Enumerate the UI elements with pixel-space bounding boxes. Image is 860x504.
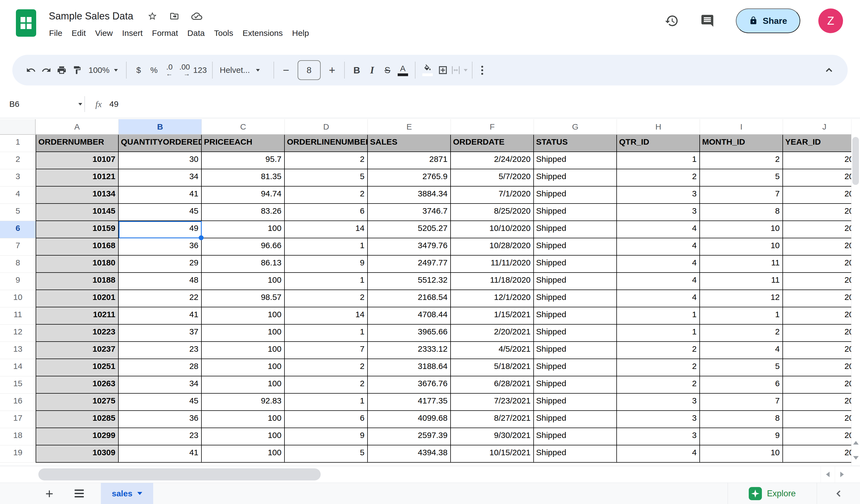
cell-A2[interactable]: 10107 [35, 152, 119, 169]
menu-tools[interactable]: Tools [210, 26, 238, 40]
cell-C11[interactable]: 100 [202, 307, 285, 325]
collapse-toolbar-icon[interactable] [821, 60, 837, 80]
row-header-16[interactable]: 16 [0, 394, 35, 411]
cell-J8[interactable]: 2020 [783, 255, 851, 273]
cell-G11[interactable]: Shipped [534, 307, 617, 325]
column-header-C[interactable]: C [202, 119, 285, 135]
cell-J16[interactable]: 2021 [783, 394, 851, 411]
more-toolbar-options-icon[interactable] [477, 66, 488, 75]
cell-A12[interactable]: 10223 [35, 325, 119, 342]
column-header-B[interactable]: B [119, 119, 202, 135]
cell-B7[interactable]: 36 [119, 238, 202, 255]
cell-I5[interactable]: 8 [700, 204, 783, 221]
cell-I11[interactable]: 1 [700, 307, 783, 325]
cell-D6[interactable]: 14 [285, 221, 368, 238]
cell-D19[interactable]: 5 [285, 445, 368, 463]
cell-E5[interactable]: 3746.7 [368, 204, 451, 221]
cell-A1[interactable]: ORDERNUMBER [35, 135, 119, 152]
cell-J6[interactable]: 2020 [783, 221, 851, 238]
row-header-13[interactable]: 13 [0, 342, 35, 359]
cell-E12[interactable]: 3965.66 [368, 325, 451, 342]
cell-G7[interactable]: Shipped [534, 238, 617, 255]
cell-E15[interactable]: 3676.76 [368, 376, 451, 394]
cell-F7[interactable]: 10/28/2020 [451, 238, 534, 255]
select-all-corner[interactable] [0, 119, 35, 135]
menu-extensions[interactable]: Extensions [238, 26, 287, 40]
cell-B4[interactable]: 41 [119, 187, 202, 204]
cell-G18[interactable]: Shipped [534, 428, 617, 445]
row-header-7[interactable]: 7 [0, 238, 35, 255]
row-header-2[interactable]: 2 [0, 152, 35, 169]
move-folder-icon[interactable] [169, 11, 179, 21]
increase-decimal-button[interactable]: .00→ [177, 60, 192, 80]
cell-A9[interactable]: 10188 [35, 273, 119, 290]
column-header-J[interactable]: J [783, 119, 851, 135]
cell-E2[interactable]: 2871 [368, 152, 451, 169]
column-header-H[interactable]: H [617, 119, 700, 135]
collapse-panel-icon[interactable] [817, 483, 860, 504]
cell-A6[interactable]: 10159 [35, 221, 119, 238]
cell-G3[interactable]: Shipped [534, 169, 617, 187]
cell-I14[interactable]: 5 [700, 359, 783, 376]
cell-C2[interactable]: 95.7 [202, 152, 285, 169]
format-percent-button[interactable]: % [146, 60, 162, 80]
cell-D10[interactable]: 2 [285, 290, 368, 307]
menu-edit[interactable]: Edit [67, 26, 90, 40]
cell-G13[interactable]: Shipped [534, 342, 617, 359]
cell-C7[interactable]: 96.66 [202, 238, 285, 255]
cell-F18[interactable]: 9/30/2021 [451, 428, 534, 445]
cell-G8[interactable]: Shipped [534, 255, 617, 273]
column-header-F[interactable]: F [451, 119, 534, 135]
cell-D12[interactable]: 1 [285, 325, 368, 342]
cell-J13[interactable]: 2021 [783, 342, 851, 359]
fill-handle[interactable] [199, 235, 204, 240]
cell-J7[interactable]: 2020 [783, 238, 851, 255]
cell-F1[interactable]: ORDERDATE [451, 135, 534, 152]
cell-D17[interactable]: 6 [285, 411, 368, 428]
undo-icon[interactable] [23, 60, 39, 80]
cell-G6[interactable]: Shipped [534, 221, 617, 238]
cell-G17[interactable]: Shipped [534, 411, 617, 428]
cell-H13[interactable]: 2 [617, 342, 700, 359]
cell-H15[interactable]: 2 [617, 376, 700, 394]
sheets-logo[interactable] [16, 9, 36, 37]
cell-A11[interactable]: 10211 [35, 307, 119, 325]
cell-C1[interactable]: PRICEEACH [202, 135, 285, 152]
cell-F2[interactable]: 2/24/2020 [451, 152, 534, 169]
format-currency-button[interactable]: $ [131, 60, 146, 80]
cloud-check-icon[interactable] [191, 11, 202, 21]
cell-H11[interactable]: 1 [617, 307, 700, 325]
cell-C19[interactable]: 100 [202, 445, 285, 463]
cell-E3[interactable]: 2765.9 [368, 169, 451, 187]
cell-B10[interactable]: 22 [119, 290, 202, 307]
cell-G9[interactable]: Shipped [534, 273, 617, 290]
borders-button[interactable] [435, 60, 450, 80]
cell-E7[interactable]: 3479.76 [368, 238, 451, 255]
cell-A13[interactable]: 10237 [35, 342, 119, 359]
horizontal-scrollbar[interactable] [0, 466, 860, 483]
cell-H14[interactable]: 2 [617, 359, 700, 376]
cell-I3[interactable]: 5 [700, 169, 783, 187]
cell-C4[interactable]: 94.74 [202, 187, 285, 204]
menu-data[interactable]: Data [183, 26, 210, 40]
cell-E1[interactable]: SALES [368, 135, 451, 152]
cell-G14[interactable]: Shipped [534, 359, 617, 376]
cell-J18[interactable]: 2021 [783, 428, 851, 445]
cell-E14[interactable]: 3188.64 [368, 359, 451, 376]
cell-B2[interactable]: 30 [119, 152, 202, 169]
cell-F14[interactable]: 5/18/2021 [451, 359, 534, 376]
cell-C10[interactable]: 98.57 [202, 290, 285, 307]
cell-D1[interactable]: ORDERLINENUMBER [285, 135, 368, 152]
scroll-down-button[interactable] [851, 450, 860, 465]
cell-C6[interactable]: 100 [202, 221, 285, 238]
cell-A10[interactable]: 10201 [35, 290, 119, 307]
cell-I10[interactable]: 12 [700, 290, 783, 307]
doc-title[interactable]: Sample Sales Data [49, 11, 133, 22]
cell-F19[interactable]: 10/15/2021 [451, 445, 534, 463]
cell-G10[interactable]: Shipped [534, 290, 617, 307]
cell-F13[interactable]: 4/5/2021 [451, 342, 534, 359]
cell-I16[interactable]: 7 [700, 394, 783, 411]
row-header-18[interactable]: 18 [0, 428, 35, 445]
merge-cells-button[interactable] [450, 60, 468, 80]
sheet-tab-sales[interactable]: sales [101, 483, 153, 504]
